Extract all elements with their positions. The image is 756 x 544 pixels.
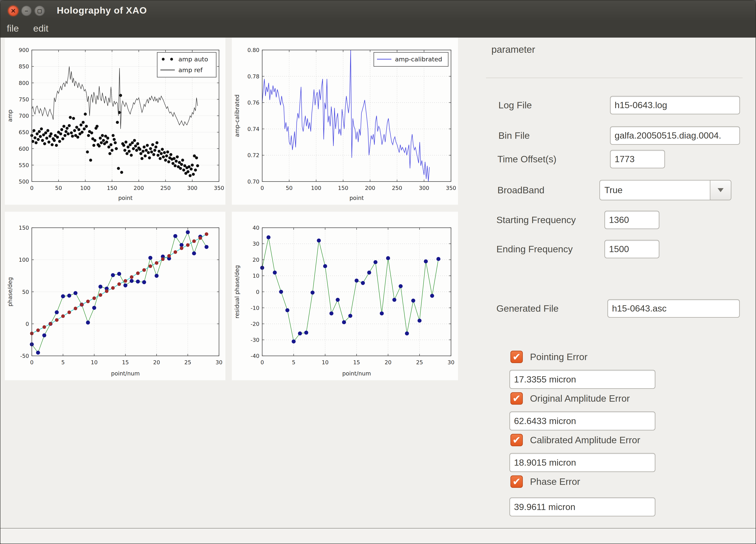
svg-text:20: 20 [153,359,160,365]
chart-phase: 051015202530-50050100150point/numphase/d… [5,212,225,380]
svg-text:750: 750 [19,96,29,103]
starting-frequency-label: Starting Frequency [496,211,576,229]
svg-text:0: 0 [26,321,29,327]
log-file-input[interactable] [610,96,740,114]
svg-text:point: point [349,195,364,201]
svg-text:150: 150 [338,185,348,191]
chart-residual-phase: 051015202530-40-30-20-10010203040point/n… [232,212,458,380]
svg-text:point/num: point/num [342,370,371,377]
original-amplitude-error-checkbox[interactable]: ✔ [510,392,523,405]
svg-text:900: 900 [19,47,29,53]
svg-text:250: 250 [160,185,171,191]
svg-text:5: 5 [292,359,295,365]
panel-title: parameter [491,44,535,55]
svg-text:30: 30 [253,241,259,247]
svg-text:10: 10 [253,273,259,279]
pointing-error-checkbox[interactable]: ✔ [510,351,523,363]
svg-text:amp auto: amp auto [178,56,208,63]
starting-frequency-input[interactable] [604,211,659,229]
bin-file-input[interactable] [610,126,740,145]
plot-card-amp: 0501001502002503003505005506006507007508… [5,38,225,205]
original-amplitude-error-value[interactable] [509,411,655,430]
svg-text:100: 100 [19,257,29,263]
svg-text:800: 800 [19,80,29,86]
pointing-error-value[interactable] [509,370,655,389]
svg-text:850: 850 [19,63,29,70]
menu-edit[interactable]: edit [30,20,51,38]
svg-text:0: 0 [30,359,33,365]
svg-text:50: 50 [22,289,29,295]
svg-text:30: 30 [216,359,222,365]
calibrated-amplitude-error-value[interactable] [509,453,655,472]
svg-text:-50: -50 [20,353,29,359]
generated-file-input[interactable] [607,299,740,318]
svg-text:30: 30 [448,359,454,365]
original-amplitude-error-label: Original Amplitude Error [530,392,630,405]
svg-text:300: 300 [419,185,429,191]
calibrated-amplitude-error-checkbox[interactable]: ✔ [510,434,523,446]
svg-text:0: 0 [260,185,264,191]
app-window: ✕ – ▢ Holography of XAO file edit 050100… [0,0,756,544]
svg-text:25: 25 [184,359,191,365]
broadband-dropdown-button[interactable] [710,181,731,200]
check-icon: ✔ [512,434,521,446]
svg-text:150: 150 [19,225,29,231]
svg-text:-30: -30 [251,337,259,343]
check-icon: ✔ [512,476,521,487]
svg-text:40: 40 [253,225,259,231]
minimize-button[interactable]: – [21,6,32,16]
svg-text:50: 50 [55,185,62,191]
ending-frequency-input[interactable] [604,240,659,258]
window-title: Holography of XAO [57,0,147,20]
plot-card-amp-calibrated: 0501001502002503003500.700.720.740.760.7… [232,38,458,205]
svg-text:point/num: point/num [111,370,140,377]
svg-text:25: 25 [416,359,423,365]
check-icon: ✔ [512,393,521,404]
svg-text:point: point [118,195,132,201]
svg-text:350: 350 [214,185,224,191]
svg-text:700: 700 [19,113,29,119]
menu-file[interactable]: file [4,20,22,38]
svg-text:150: 150 [107,185,117,191]
svg-text:amp ref: amp ref [178,66,203,74]
phase-error-label: Phase Error [530,475,580,488]
svg-text:250: 250 [392,185,402,191]
svg-text:50: 50 [286,185,293,191]
svg-text:10: 10 [91,359,98,365]
svg-text:amp-calibrated: amp-calibrated [234,95,240,137]
svg-text:0: 0 [260,359,264,365]
phase-error-checkbox[interactable]: ✔ [510,475,523,488]
generated-file-label: Generated File [496,299,559,318]
broadband-value: True [600,181,710,200]
chevron-down-icon [718,188,724,192]
svg-text:350: 350 [446,185,456,191]
svg-text:200: 200 [134,185,144,191]
close-button[interactable]: ✕ [8,6,18,16]
svg-text:0.72: 0.72 [247,152,259,158]
svg-text:-20: -20 [251,321,259,327]
svg-text:100: 100 [311,185,321,191]
time-offset-input[interactable] [610,150,665,168]
svg-text:5: 5 [61,359,65,365]
plot-card-phase: 051015202530-50050100150point/numphase/d… [5,212,225,380]
svg-text:20: 20 [385,359,391,365]
svg-text:0: 0 [256,289,259,295]
chart-amp-calibrated: 0501001502002503003500.700.720.740.760.7… [232,38,458,205]
phase-error-value[interactable] [509,497,655,516]
bin-file-label: Bin File [498,126,530,145]
maximize-button[interactable]: ▢ [34,6,45,16]
svg-text:200: 200 [365,185,375,191]
svg-text:300: 300 [187,185,198,191]
svg-text:500: 500 [19,179,29,185]
status-bar [0,528,756,544]
svg-text:-10: -10 [251,305,259,311]
menu-bar: file edit [0,20,756,38]
svg-text:600: 600 [19,146,29,152]
log-file-label: Log File [498,96,532,114]
svg-text:amp: amp [7,110,13,122]
svg-text:0.80: 0.80 [247,47,259,53]
broadband-dropdown[interactable]: True [599,180,731,200]
pointing-error-label: Pointing Error [530,351,587,363]
broadband-label: BroadBand [497,180,544,200]
svg-text:residual phase/deg: residual phase/deg [234,265,240,318]
